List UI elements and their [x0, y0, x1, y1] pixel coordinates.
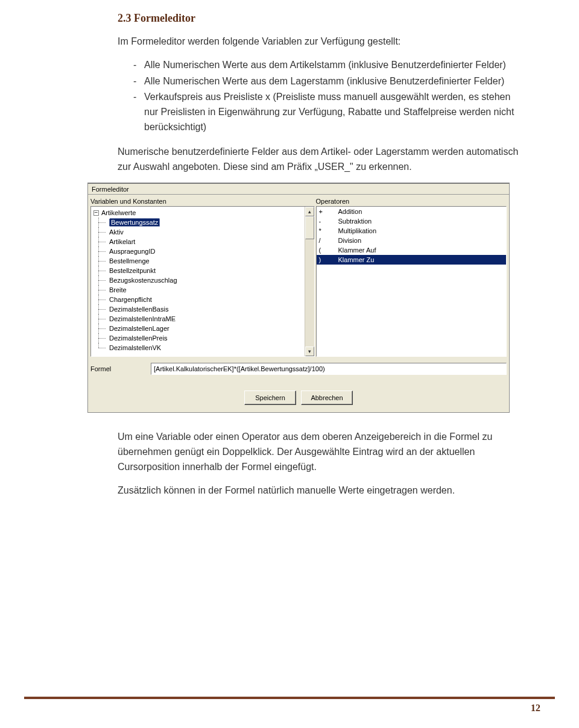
window-title: Formeleditor — [88, 184, 509, 195]
cancel-button[interactable]: Abbrechen — [301, 391, 353, 405]
operator-row[interactable]: (Klammer Auf — [317, 245, 506, 255]
scroll-thumb[interactable] — [305, 216, 314, 239]
paragraph: Zusätzlich können in der Formel natürlic… — [118, 483, 519, 498]
paragraph: Numerische benutzerdefinierte Felder aus… — [118, 145, 519, 175]
scrollbar[interactable]: ▴ ▾ — [305, 207, 314, 356]
tree-item[interactable]: Bestellzeitpunkt — [109, 267, 156, 274]
list-item: - Verkaufspreis aus Preisliste x (Preisl… — [133, 90, 519, 134]
operators-listbox[interactable]: +Addition -Subtraktion *Multiplikation /… — [316, 206, 507, 357]
tree-collapse-icon[interactable]: − — [93, 210, 99, 216]
save-button[interactable]: Speichern — [244, 391, 296, 405]
operator-row[interactable]: *Multiplikation — [317, 226, 506, 236]
intro-paragraph: Im Formeleditor werden folgende Variable… — [118, 34, 519, 49]
tree-item[interactable]: DezimalstellenIntraME — [109, 315, 176, 322]
operator-row[interactable]: +Addition — [317, 207, 506, 216]
variables-listbox[interactable]: − Artikelwerte Bewertungssatz Aktiv Arti… — [90, 206, 315, 357]
operator-row[interactable]: /Division — [317, 236, 506, 245]
list-item: - Alle Numerischen Werte aus dem Lagerst… — [133, 74, 519, 89]
bullet-text: Alle Numerischen Werte aus dem Artikelst… — [144, 58, 519, 73]
tree-item[interactable]: Aktiv — [109, 228, 124, 236]
bullet-dash: - — [133, 90, 144, 105]
operator-row-selected[interactable]: )Klammer Zu — [317, 255, 506, 265]
tree-item[interactable]: DezimalstellenBasis — [109, 306, 168, 313]
paragraph: Um eine Variable oder einen Operator aus… — [118, 430, 519, 474]
bullet-dash: - — [133, 74, 144, 89]
scroll-down-icon[interactable]: ▾ — [305, 347, 314, 356]
tree-item[interactable]: Artikelart — [109, 238, 135, 245]
bullet-dash: - — [133, 58, 144, 73]
bullet-text: Alle Numerischen Werte aus dem Lagerstam… — [144, 74, 519, 89]
operator-row[interactable]: -Subtraktion — [317, 216, 506, 226]
section-heading: 2.3 Formeleditor — [118, 12, 519, 25]
tree-item[interactable]: Breite — [109, 286, 127, 293]
tree-item[interactable]: Bezugskostenzuschlag — [109, 277, 177, 284]
operators-label: Operatoren — [316, 197, 507, 206]
tree-item[interactable]: DezimalstellenVK — [109, 344, 161, 351]
formeleditor-window: Formeleditor Variablen und Konstanten − … — [87, 183, 510, 413]
tree-item[interactable]: AuspraegungID — [109, 248, 155, 255]
bullet-text: Verkaufspreis aus Preisliste x (Preislis… — [144, 90, 519, 134]
page-footer: 12 — [24, 697, 555, 714]
bullet-list: - Alle Numerischen Werte aus dem Artikel… — [118, 58, 519, 135]
tree-item-selected[interactable]: Bewertungssatz — [109, 218, 160, 227]
tree-root[interactable]: Artikelwerte — [101, 209, 136, 216]
formula-input[interactable]: [Artikel.KalkulatorischerEK]*([Artikel.B… — [151, 363, 507, 375]
scroll-up-icon[interactable]: ▴ — [305, 207, 314, 216]
variables-label: Variablen und Konstanten — [90, 197, 315, 206]
page-number: 12 — [531, 703, 555, 714]
tree-item[interactable]: DezimalstellenLager — [109, 325, 169, 332]
tree-item[interactable]: Chargenpflicht — [109, 296, 152, 303]
tree-item[interactable]: DezimalstellenPreis — [109, 334, 168, 342]
tree-item[interactable]: Bestellmenge — [109, 257, 150, 265]
formula-label: Formel — [90, 365, 145, 372]
list-item: - Alle Numerischen Werte aus dem Artikel… — [133, 58, 519, 73]
